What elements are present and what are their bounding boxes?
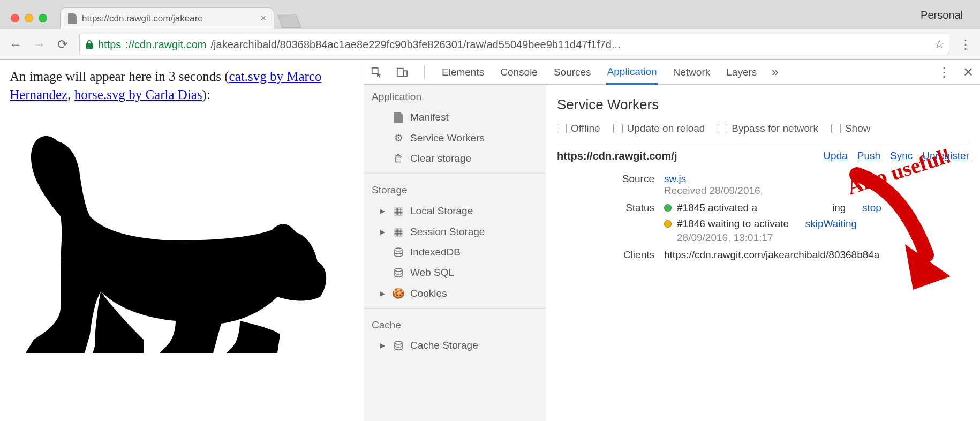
sidebar-item-service-workers[interactable]: ⚙Service Workers — [364, 127, 546, 148]
tab-title: https://cdn.rawgit.com/jakearc — [82, 13, 202, 24]
profile-label[interactable]: Personal — [921, 9, 975, 29]
bookmark-icon[interactable]: ☆ — [934, 37, 945, 51]
sidebar-item-session-storage[interactable]: ▶▦Session Storage — [364, 221, 546, 242]
database-icon — [393, 247, 404, 257]
back-button[interactable]: ← — [9, 37, 22, 52]
sidebar-item-label: Service Workers — [410, 132, 485, 144]
sw-action-update[interactable]: Upda — [823, 150, 847, 162]
chk-show-all[interactable]: Show — [831, 123, 871, 134]
sidebar-item-cache-storage[interactable]: ▶Cache Storage — [364, 335, 546, 356]
forward-button: → — [32, 37, 46, 52]
devtools-close-icon[interactable]: ✕ — [963, 65, 974, 80]
sidebar-cat-cache: Cache — [364, 313, 546, 335]
webpage-viewport: An image will appear here in 3 seconds (… — [0, 60, 364, 421]
sw-host: https://cdn.rawgit.com/j — [557, 150, 677, 162]
sidebar-item-label: Session Storage — [410, 226, 485, 238]
chk-label: Bypass for network — [732, 123, 818, 134]
chk-label: Show — [845, 123, 871, 134]
sidebar-cat-application: Application — [364, 85, 546, 107]
window-controls — [5, 14, 52, 29]
sidebar-item-label: Web SQL — [410, 267, 454, 279]
sidebar-item-label: IndexedDB — [410, 246, 461, 258]
sidebar-item-local-storage[interactable]: ▶▦Local Storage — [364, 200, 546, 221]
sidebar-item-indexeddb[interactable]: IndexedDB — [364, 242, 546, 262]
sw-action-push[interactable]: Push — [857, 150, 880, 162]
browser-tab[interactable]: https://cdn.rawgit.com/jakearc × — [60, 7, 274, 29]
tab-network[interactable]: Network — [672, 61, 712, 84]
link-horse-svg[interactable]: horse.svg by Carla Dias — [74, 87, 202, 102]
page-text-pre: An image will appear here in 3 seconds ( — [10, 69, 229, 84]
status-dot-orange-icon — [664, 220, 672, 228]
browser-menu-icon[interactable]: ⋮ — [959, 37, 971, 52]
sw-status-activated: #1845 activated a ing stop — [664, 202, 969, 214]
page-text-post: ): — [202, 87, 210, 102]
svg-rect-1 — [404, 71, 407, 76]
url-scheme: https — [98, 39, 121, 51]
status-text-tail: ing — [832, 202, 846, 214]
tab-application[interactable]: Application — [606, 61, 658, 85]
sidebar-item-label: Clear storage — [410, 153, 471, 164]
tab-console[interactable]: Console — [499, 61, 539, 84]
svg-point-3 — [395, 268, 402, 272]
database-icon — [393, 341, 404, 350]
close-window-icon[interactable] — [11, 14, 19, 22]
sidebar-item-manifest[interactable]: Manifest — [364, 107, 546, 127]
sw-status-waiting: #1846 waiting to activate skipWaiting — [664, 218, 969, 230]
gear-icon: ⚙ — [393, 132, 404, 144]
minimize-window-icon[interactable] — [25, 14, 33, 22]
omnibox[interactable]: https://cdn.rawgit.com/jakearchibald/803… — [79, 34, 949, 55]
page-text-sep: , — [67, 87, 74, 102]
sidebar-item-label: Cookies — [410, 288, 447, 299]
reload-button[interactable]: ⟳ — [56, 37, 70, 52]
row-source-label: Source — [557, 173, 664, 197]
chk-update-on-reload[interactable]: Update on reload — [613, 123, 705, 134]
devtools: Elements Console Sources Application Net… — [364, 60, 980, 421]
sw-status-waiting-time: 28/09/2016, 13:01:17 — [677, 232, 969, 244]
svg-point-2 — [395, 248, 402, 251]
tab-layers[interactable]: Layers — [725, 61, 758, 84]
devtools-menu-icon[interactable]: ⋮ — [938, 65, 950, 80]
service-workers-pane: Service Workers Offline Update on reload… — [546, 85, 980, 421]
sw-skipwaiting-link[interactable]: skipWaiting — [805, 218, 857, 230]
page-text: An image will appear here in 3 seconds (… — [10, 67, 354, 104]
device-icon[interactable] — [396, 66, 408, 78]
status-text: #1845 activated a — [677, 202, 757, 214]
application-sidebar: Application Manifest ⚙Service Workers 🗑C… — [364, 85, 546, 421]
new-tab-button[interactable] — [277, 14, 301, 28]
sw-clients-value: https://cdn.rawgit.com/jakearchibald/803… — [664, 249, 969, 261]
inspect-icon[interactable] — [371, 66, 382, 78]
chk-offline[interactable]: Offline — [557, 123, 600, 134]
sw-action-sync[interactable]: Sync — [890, 150, 913, 162]
address-bar: ← → ⟳ https://cdn.rawgit.com/jakearchiba… — [0, 29, 980, 60]
sw-stop-link[interactable]: stop — [862, 202, 881, 214]
tabs-overflow-icon[interactable]: » — [772, 65, 778, 79]
sw-action-unregister[interactable]: Unregister — [922, 150, 969, 162]
cat-image — [10, 109, 354, 366]
status-dot-green-icon — [664, 204, 672, 212]
grid-icon: ▦ — [393, 225, 404, 238]
database-icon — [393, 268, 404, 277]
maximize-window-icon[interactable] — [39, 14, 47, 22]
close-tab-icon[interactable]: × — [260, 13, 266, 24]
sw-source-received: Received 28/09/2016, — [664, 185, 763, 196]
chk-bypass-network[interactable]: Bypass for network — [718, 123, 818, 134]
row-clients-label: Clients — [557, 249, 664, 261]
sidebar-item-websql[interactable]: Web SQL — [364, 262, 546, 283]
devtools-tabs: Elements Console Sources Application Net… — [364, 60, 980, 85]
grid-icon: ▦ — [393, 205, 404, 217]
sidebar-item-cookies[interactable]: ▶🍪Cookies — [364, 283, 546, 304]
page-icon — [68, 13, 77, 24]
tab-elements[interactable]: Elements — [441, 61, 485, 84]
sidebar-item-clear-storage[interactable]: 🗑Clear storage — [364, 148, 546, 169]
status-text: #1846 waiting to activate — [677, 218, 789, 230]
svg-point-4 — [395, 341, 402, 344]
sidebar-item-label: Manifest — [410, 111, 449, 123]
pane-title: Service Workers — [557, 96, 969, 113]
sw-options-row: Offline Update on reload Bypass for netw… — [557, 123, 969, 142]
tab-sources[interactable]: Sources — [553, 61, 592, 84]
browser-tabbar: https://cdn.rawgit.com/jakearc × Persona… — [0, 0, 980, 29]
sw-source-link[interactable]: sw.js — [664, 173, 686, 184]
sidebar-item-label: Local Storage — [410, 205, 473, 217]
url-path: /jakearchibald/80368b84ac1ae8e229fc90b3f… — [211, 39, 621, 51]
cookie-icon: 🍪 — [393, 287, 404, 299]
